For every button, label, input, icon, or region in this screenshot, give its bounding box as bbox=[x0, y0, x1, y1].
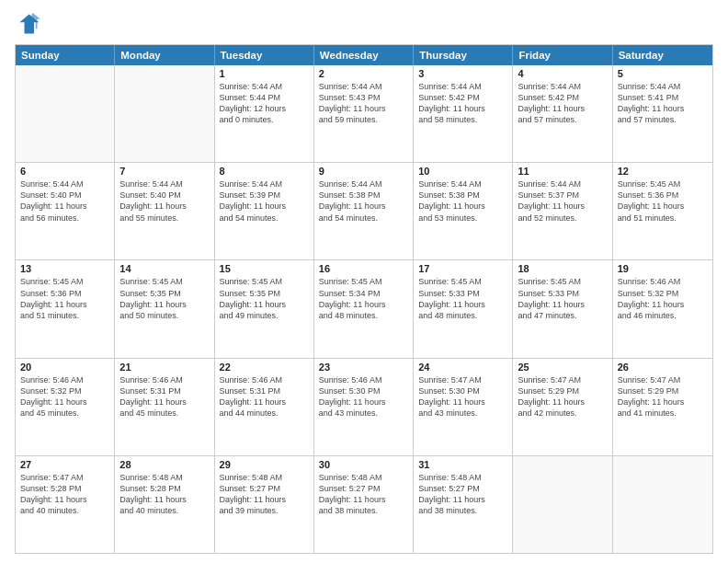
calendar-cell: 18Sunrise: 5:45 AMSunset: 5:33 PMDayligh… bbox=[513, 260, 612, 357]
calendar-cell: 1Sunrise: 5:44 AMSunset: 5:44 PMDaylight… bbox=[215, 65, 314, 162]
calendar-week: 13Sunrise: 5:45 AMSunset: 5:36 PMDayligh… bbox=[16, 260, 712, 358]
calendar-body: 1Sunrise: 5:44 AMSunset: 5:44 PMDaylight… bbox=[16, 65, 712, 553]
calendar-cell: 28Sunrise: 5:48 AMSunset: 5:28 PMDayligh… bbox=[115, 456, 214, 553]
weekday-header: Tuesday bbox=[215, 45, 314, 65]
day-number: 28 bbox=[119, 459, 209, 470]
day-detail: Sunrise: 5:44 AMSunset: 5:44 PMDaylight:… bbox=[220, 81, 309, 126]
calendar-cell: 14Sunrise: 5:45 AMSunset: 5:35 PMDayligh… bbox=[115, 260, 214, 357]
day-number: 24 bbox=[418, 362, 507, 373]
day-detail: Sunrise: 5:46 AMSunset: 5:32 PMDaylight:… bbox=[618, 276, 708, 321]
calendar-week: 20Sunrise: 5:46 AMSunset: 5:32 PMDayligh… bbox=[16, 359, 712, 456]
day-detail: Sunrise: 5:44 AMSunset: 5:43 PMDaylight:… bbox=[319, 81, 408, 126]
calendar-cell: 26Sunrise: 5:47 AMSunset: 5:29 PMDayligh… bbox=[613, 359, 712, 455]
calendar-cell: 30Sunrise: 5:48 AMSunset: 5:27 PMDayligh… bbox=[314, 456, 414, 553]
day-detail: Sunrise: 5:47 AMSunset: 5:29 PMDaylight:… bbox=[518, 374, 607, 419]
day-number: 4 bbox=[518, 68, 607, 79]
calendar-week: 1Sunrise: 5:44 AMSunset: 5:44 PMDaylight… bbox=[16, 65, 712, 163]
calendar-cell: 13Sunrise: 5:45 AMSunset: 5:36 PMDayligh… bbox=[16, 260, 115, 357]
day-detail: Sunrise: 5:46 AMSunset: 5:31 PMDaylight:… bbox=[220, 374, 309, 419]
day-number: 25 bbox=[518, 362, 607, 373]
day-number: 22 bbox=[220, 362, 309, 373]
calendar-cell: 22Sunrise: 5:46 AMSunset: 5:31 PMDayligh… bbox=[215, 359, 314, 455]
day-detail: Sunrise: 5:45 AMSunset: 5:33 PMDaylight:… bbox=[518, 276, 607, 321]
day-number: 26 bbox=[618, 362, 708, 373]
day-number: 1 bbox=[220, 68, 309, 79]
day-detail: Sunrise: 5:44 AMSunset: 5:37 PMDaylight:… bbox=[518, 178, 607, 224]
calendar-cell: 6Sunrise: 5:44 AMSunset: 5:40 PMDaylight… bbox=[16, 163, 115, 259]
day-number: 15 bbox=[220, 263, 309, 274]
day-detail: Sunrise: 5:48 AMSunset: 5:27 PMDaylight:… bbox=[418, 472, 507, 517]
day-detail: Sunrise: 5:44 AMSunset: 5:41 PMDaylight:… bbox=[618, 81, 708, 126]
day-number: 27 bbox=[20, 459, 109, 470]
weekday-header: Monday bbox=[115, 45, 214, 65]
calendar-cell: 7Sunrise: 5:44 AMSunset: 5:40 PMDaylight… bbox=[115, 163, 214, 259]
day-number: 20 bbox=[20, 362, 109, 373]
calendar-cell: 29Sunrise: 5:48 AMSunset: 5:27 PMDayligh… bbox=[215, 456, 314, 553]
calendar-cell: 12Sunrise: 5:45 AMSunset: 5:36 PMDayligh… bbox=[613, 163, 712, 259]
calendar-cell: 2Sunrise: 5:44 AMSunset: 5:43 PMDaylight… bbox=[314, 65, 414, 162]
day-detail: Sunrise: 5:47 AMSunset: 5:28 PMDaylight:… bbox=[20, 472, 109, 517]
day-detail: Sunrise: 5:45 AMSunset: 5:35 PMDaylight:… bbox=[220, 276, 309, 321]
day-number: 12 bbox=[618, 166, 708, 177]
calendar-cell: 21Sunrise: 5:46 AMSunset: 5:31 PMDayligh… bbox=[115, 359, 214, 455]
day-detail: Sunrise: 5:44 AMSunset: 5:38 PMDaylight:… bbox=[418, 178, 507, 224]
calendar-cell: 31Sunrise: 5:48 AMSunset: 5:27 PMDayligh… bbox=[414, 456, 513, 553]
weekday-header: Sunday bbox=[16, 45, 115, 65]
calendar-cell: 17Sunrise: 5:45 AMSunset: 5:33 PMDayligh… bbox=[414, 260, 513, 357]
day-detail: Sunrise: 5:47 AMSunset: 5:30 PMDaylight:… bbox=[418, 374, 507, 419]
day-detail: Sunrise: 5:44 AMSunset: 5:38 PMDaylight:… bbox=[319, 178, 408, 224]
day-detail: Sunrise: 5:48 AMSunset: 5:27 PMDaylight:… bbox=[220, 472, 309, 517]
day-detail: Sunrise: 5:46 AMSunset: 5:32 PMDaylight:… bbox=[20, 374, 109, 419]
weekday-header: Thursday bbox=[414, 45, 513, 65]
weekday-header: Wednesday bbox=[314, 45, 414, 65]
calendar-cell bbox=[115, 65, 214, 162]
calendar-cell bbox=[513, 456, 612, 553]
day-detail: Sunrise: 5:45 AMSunset: 5:33 PMDaylight:… bbox=[418, 276, 507, 321]
day-detail: Sunrise: 5:44 AMSunset: 5:42 PMDaylight:… bbox=[418, 81, 507, 126]
day-detail: Sunrise: 5:44 AMSunset: 5:40 PMDaylight:… bbox=[119, 178, 209, 224]
weekday-header: Friday bbox=[513, 45, 612, 65]
day-number: 2 bbox=[319, 68, 408, 79]
calendar-cell bbox=[16, 65, 115, 162]
calendar-cell: 15Sunrise: 5:45 AMSunset: 5:35 PMDayligh… bbox=[215, 260, 314, 357]
day-detail: Sunrise: 5:45 AMSunset: 5:36 PMDaylight:… bbox=[20, 276, 109, 321]
day-detail: Sunrise: 5:45 AMSunset: 5:36 PMDaylight:… bbox=[618, 178, 708, 224]
calendar-cell: 3Sunrise: 5:44 AMSunset: 5:42 PMDaylight… bbox=[414, 65, 513, 162]
calendar-week: 27Sunrise: 5:47 AMSunset: 5:28 PMDayligh… bbox=[16, 456, 712, 553]
day-number: 10 bbox=[418, 166, 507, 177]
day-number: 31 bbox=[418, 459, 507, 470]
header bbox=[15, 11, 713, 37]
page: SundayMondayTuesdayWednesdayThursdayFrid… bbox=[0, 0, 728, 563]
day-detail: Sunrise: 5:46 AMSunset: 5:31 PMDaylight:… bbox=[119, 374, 209, 419]
calendar-cell: 10Sunrise: 5:44 AMSunset: 5:38 PMDayligh… bbox=[414, 163, 513, 259]
day-number: 8 bbox=[220, 166, 309, 177]
day-number: 23 bbox=[319, 362, 408, 373]
calendar-cell: 25Sunrise: 5:47 AMSunset: 5:29 PMDayligh… bbox=[513, 359, 612, 455]
day-detail: Sunrise: 5:44 AMSunset: 5:40 PMDaylight:… bbox=[20, 178, 109, 224]
calendar-cell: 20Sunrise: 5:46 AMSunset: 5:32 PMDayligh… bbox=[16, 359, 115, 455]
calendar-cell bbox=[613, 456, 712, 553]
calendar-week: 6Sunrise: 5:44 AMSunset: 5:40 PMDaylight… bbox=[16, 163, 712, 260]
calendar-cell: 4Sunrise: 5:44 AMSunset: 5:42 PMDaylight… bbox=[513, 65, 612, 162]
calendar: SundayMondayTuesdayWednesdayThursdayFrid… bbox=[15, 44, 713, 554]
day-number: 30 bbox=[319, 459, 408, 470]
day-number: 19 bbox=[618, 263, 708, 274]
day-detail: Sunrise: 5:45 AMSunset: 5:35 PMDaylight:… bbox=[119, 276, 209, 321]
day-number: 16 bbox=[319, 263, 408, 274]
day-number: 5 bbox=[618, 68, 708, 79]
logo bbox=[15, 11, 44, 37]
day-number: 3 bbox=[418, 68, 507, 79]
calendar-cell: 16Sunrise: 5:45 AMSunset: 5:34 PMDayligh… bbox=[314, 260, 414, 357]
day-detail: Sunrise: 5:48 AMSunset: 5:28 PMDaylight:… bbox=[119, 472, 209, 517]
day-number: 29 bbox=[220, 459, 309, 470]
day-detail: Sunrise: 5:45 AMSunset: 5:34 PMDaylight:… bbox=[319, 276, 408, 321]
day-number: 7 bbox=[119, 166, 209, 177]
day-number: 11 bbox=[518, 166, 607, 177]
day-number: 18 bbox=[518, 263, 607, 274]
calendar-cell: 11Sunrise: 5:44 AMSunset: 5:37 PMDayligh… bbox=[513, 163, 612, 259]
weekday-header: Saturday bbox=[613, 45, 712, 65]
calendar-cell: 5Sunrise: 5:44 AMSunset: 5:41 PMDaylight… bbox=[613, 65, 712, 162]
calendar-header: SundayMondayTuesdayWednesdayThursdayFrid… bbox=[16, 45, 712, 65]
day-detail: Sunrise: 5:46 AMSunset: 5:30 PMDaylight:… bbox=[319, 374, 408, 419]
day-number: 17 bbox=[418, 263, 507, 274]
